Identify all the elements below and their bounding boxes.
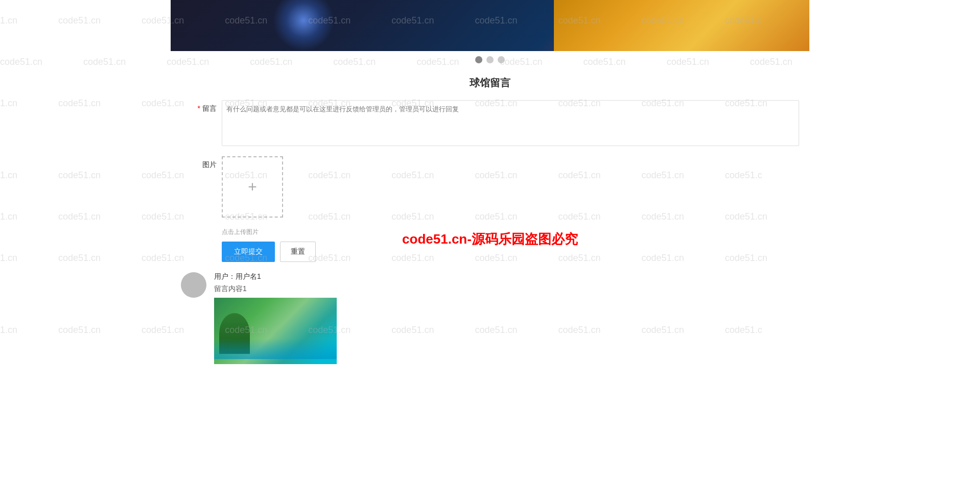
comment-text: 留言内容1 — [214, 284, 799, 294]
comment-user: 用户：用户名1 — [214, 272, 799, 281]
image-label: 图片 — [181, 156, 222, 170]
form-section: *留言 图片 + 点击上传图片 立即提交 重置 — [171, 100, 809, 262]
watermark-text: code51.cn — [58, 325, 101, 336]
upload-plus-icon: + — [248, 178, 257, 196]
image-upload-area[interactable]: + — [222, 156, 283, 218]
carousel-dot-3[interactable] — [498, 56, 505, 63]
carousel-dot-2[interactable] — [486, 56, 494, 63]
comment-item: 用户：用户名1 留言内容1 — [181, 272, 799, 364]
message-textarea[interactable] — [222, 100, 799, 146]
watermark-text: code51.cn — [58, 15, 101, 26]
submit-button[interactable]: 立即提交 — [222, 242, 275, 262]
watermark-text: code51.cn — [58, 170, 101, 181]
form-buttons: 立即提交 重置 — [181, 242, 799, 262]
watermark-text: code51.cn — [58, 253, 101, 264]
watermark-text: code51.cn — [0, 57, 42, 67]
watermark-text: 1.cn — [0, 253, 17, 264]
comment-image — [214, 298, 337, 364]
watermark-text: 1.cn — [0, 170, 17, 181]
message-label: *留言 — [181, 100, 222, 113]
co-badge: CO — [936, 269, 980, 296]
comment-content: 用户：用户名1 留言内容1 — [214, 272, 799, 364]
watermark-text: code51.cn — [83, 57, 126, 67]
upload-hint: 点击上传图片 — [222, 228, 799, 236]
watermark-text: code51.cn — [58, 211, 101, 222]
message-row: *留言 — [181, 100, 799, 146]
watermark-text: 1.cn — [0, 211, 17, 222]
avatar — [181, 272, 206, 298]
image-row: 图片 + — [181, 156, 799, 218]
carousel-dots — [171, 51, 809, 68]
watermark-text: 1.cn — [0, 15, 17, 26]
page-title: 球馆留言 — [0, 68, 980, 100]
hero-banner — [171, 0, 809, 68]
required-star: * — [198, 104, 200, 112]
hero-image — [171, 0, 809, 51]
comment-section: 用户：用户名1 留言内容1 — [171, 272, 809, 364]
watermark-text: 1.cn — [0, 325, 17, 336]
carousel-dot-1[interactable] — [475, 56, 482, 63]
reset-button[interactable]: 重置 — [280, 242, 316, 262]
